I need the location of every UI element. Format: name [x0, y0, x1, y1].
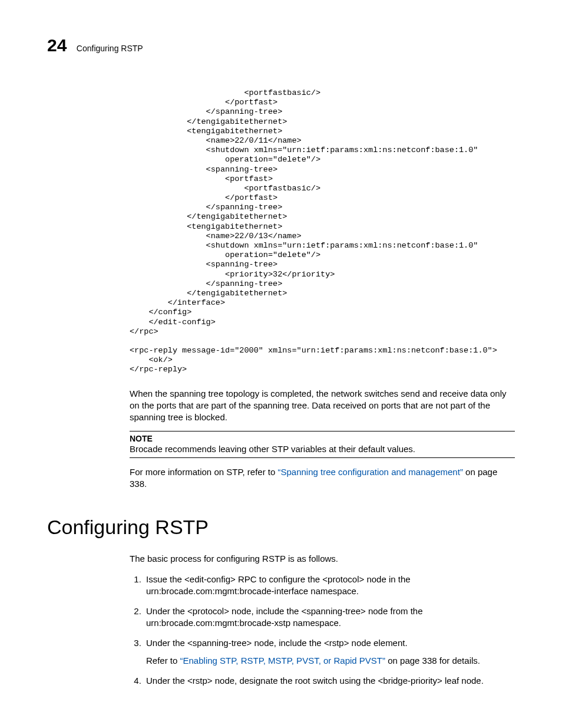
step-item: Issue the <edit-config> RPC to configure… — [144, 574, 515, 597]
step-item: Under the <protocol> node, include the <… — [144, 605, 515, 629]
text-run: For more information on STP, refer to — [130, 467, 278, 477]
step-text: Issue the <edit-config> RPC to configure… — [146, 574, 411, 596]
note-block: NOTE Brocade recommends leaving other ST… — [130, 431, 515, 458]
body-paragraph-with-link: For more information on STP, refer to “S… — [130, 466, 515, 490]
numbered-steps: Issue the <edit-config> RPC to configure… — [130, 574, 515, 687]
step-item: Under the <rstp> node, designate the roo… — [144, 675, 515, 687]
heading-1: Configuring RSTP — [47, 516, 515, 539]
cross-reference-link[interactable]: “Spanning tree configuration and managem… — [278, 467, 463, 477]
intro-paragraph: The basic process for configuring RSTP i… — [130, 553, 515, 565]
cross-reference-link[interactable]: “Enabling STP, RSTP, MSTP, PVST, or Rapi… — [180, 655, 385, 666]
code-block: <portfastbasic/> </portfast> </spanning-… — [130, 88, 515, 375]
note-text: Brocade recommends leaving other STP var… — [130, 443, 515, 455]
body-paragraph: When the spanning tree topology is compl… — [130, 388, 515, 423]
step-text: Under the <protocol> node, include the <… — [146, 606, 423, 628]
chapter-number: 24 — [47, 35, 67, 55]
text-run: Refer to — [146, 655, 180, 666]
step-subparagraph: Refer to “Enabling STP, RSTP, MSTP, PVST… — [146, 655, 515, 667]
note-label: NOTE — [130, 434, 515, 443]
text-run: on page 338 for details. — [385, 655, 480, 666]
running-title: Configuring RSTP — [77, 44, 143, 53]
step-text: Under the <spanning-tree> node, include … — [146, 638, 408, 648]
step-item: Under the <spanning-tree> node, include … — [144, 637, 515, 667]
page-header: 24 Configuring RSTP — [47, 35, 515, 55]
step-text: Under the <rstp> node, designate the roo… — [146, 676, 484, 686]
